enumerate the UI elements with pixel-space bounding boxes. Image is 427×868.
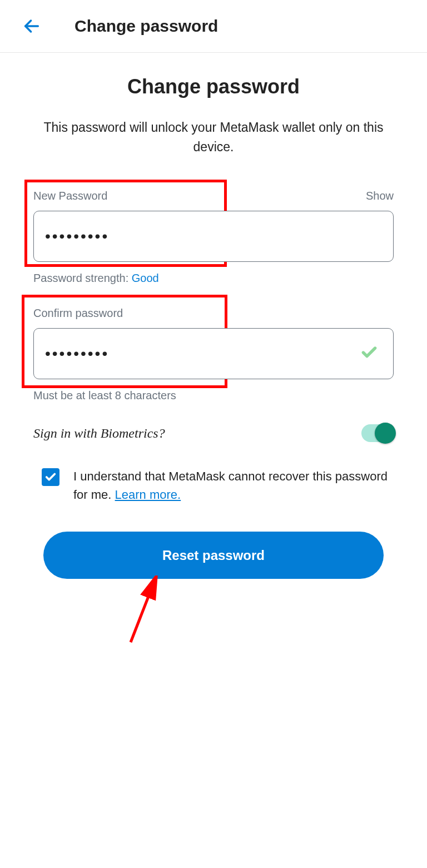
check-icon xyxy=(360,344,378,364)
password-strength-text: Password strength: Good xyxy=(33,272,394,285)
consent-row: I understand that MetaMask cannot recove… xyxy=(33,467,394,504)
confirm-password-helper: Must be at least 8 characters xyxy=(33,389,394,402)
reset-password-button[interactable]: Reset password xyxy=(43,532,384,579)
page-description: This password will unlock your MetaMask … xyxy=(33,118,394,156)
confirm-password-input[interactable] xyxy=(33,328,394,379)
biometrics-toggle[interactable] xyxy=(361,424,394,442)
learn-more-link[interactable]: Learn more. xyxy=(115,488,181,502)
content: Change password This password will unloc… xyxy=(0,53,427,601)
confirm-password-group: Confirm password Must be at least 8 char… xyxy=(33,307,394,402)
back-arrow-icon[interactable] xyxy=(22,17,41,36)
page-title: Change password xyxy=(33,75,394,98)
password-strength-value: Good xyxy=(132,272,159,284)
header: Change password xyxy=(0,0,427,53)
confirm-password-label: Confirm password xyxy=(33,307,123,320)
header-title: Change password xyxy=(75,17,218,36)
biometrics-row: Sign in with Biometrics? xyxy=(33,424,394,442)
new-password-label: New Password xyxy=(33,190,107,202)
show-password-link[interactable]: Show xyxy=(366,190,394,202)
new-password-group: New Password Show Password strength: Goo… xyxy=(33,190,394,285)
consent-checkbox[interactable] xyxy=(42,468,59,486)
biometrics-label: Sign in with Biometrics? xyxy=(33,426,165,441)
new-password-input[interactable] xyxy=(33,211,394,262)
consent-text: I understand that MetaMask cannot recove… xyxy=(73,467,394,504)
toggle-knob xyxy=(375,423,396,444)
